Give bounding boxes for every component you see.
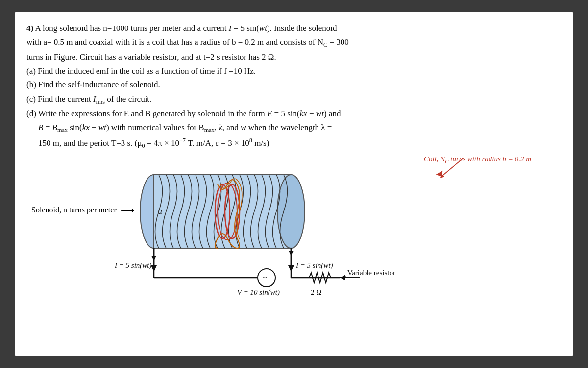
part-a: (a) Find the induced emf in the coil as … bbox=[26, 65, 562, 78]
part-c: (c) Find the current Irms of the circuit… bbox=[26, 93, 562, 106]
solenoid-label: Solenoid, n turns per meter bbox=[31, 206, 117, 214]
svg-text:I = 5 sin(wt): I = 5 sin(wt) bbox=[295, 262, 333, 270]
svg-rect-4 bbox=[154, 175, 291, 248]
part-d-line3: 150 m, and the periot T=3 s. (μ0 = 4π × … bbox=[38, 136, 562, 151]
problem-text: 4) A long solenoid has n=1000 turns per … bbox=[26, 22, 562, 151]
svg-marker-23 bbox=[288, 265, 294, 272]
main-card: 4) A long solenoid has n=1000 turns per … bbox=[15, 12, 573, 356]
svg-text:I = 5 sin(wt): I = 5 sin(wt) bbox=[115, 262, 152, 270]
diagram-container: Coil, NC turns with radius b = 0.2 m Sol… bbox=[31, 155, 561, 307]
svg-marker-21 bbox=[151, 265, 157, 272]
svg-text:~: ~ bbox=[263, 273, 267, 282]
part-b: (b) Find the self-inductance of solenoid… bbox=[26, 79, 562, 91]
part-d-line2: B = Bmax sin(kx − wt) with numerical val… bbox=[38, 121, 562, 135]
line1: 4) A long solenoid has n=1000 turns per … bbox=[26, 22, 562, 35]
line3: turns in Figure. Circuit has a variable … bbox=[26, 51, 562, 64]
svg-marker-32 bbox=[341, 275, 345, 280]
svg-text:V = 10 sin(wt): V = 10 sin(wt) bbox=[237, 289, 280, 297]
part-d-line1: (d) Write the expressions for E and B ge… bbox=[26, 107, 562, 120]
svg-text:Variable resistor: Variable resistor bbox=[347, 269, 395, 277]
diagram-area: Coil, NC turns with radius b = 0.2 m Sol… bbox=[26, 155, 562, 307]
line2: with a= 0.5 m and coaxial with it is a c… bbox=[26, 36, 562, 50]
svg-point-5 bbox=[277, 175, 305, 248]
problem-number: 4) bbox=[26, 24, 33, 33]
line1-text: A long solenoid has n=1000 turns per met… bbox=[35, 24, 337, 33]
svg-text:2 Ω: 2 Ω bbox=[311, 289, 321, 296]
circuit-diagram: a bbox=[115, 165, 458, 307]
